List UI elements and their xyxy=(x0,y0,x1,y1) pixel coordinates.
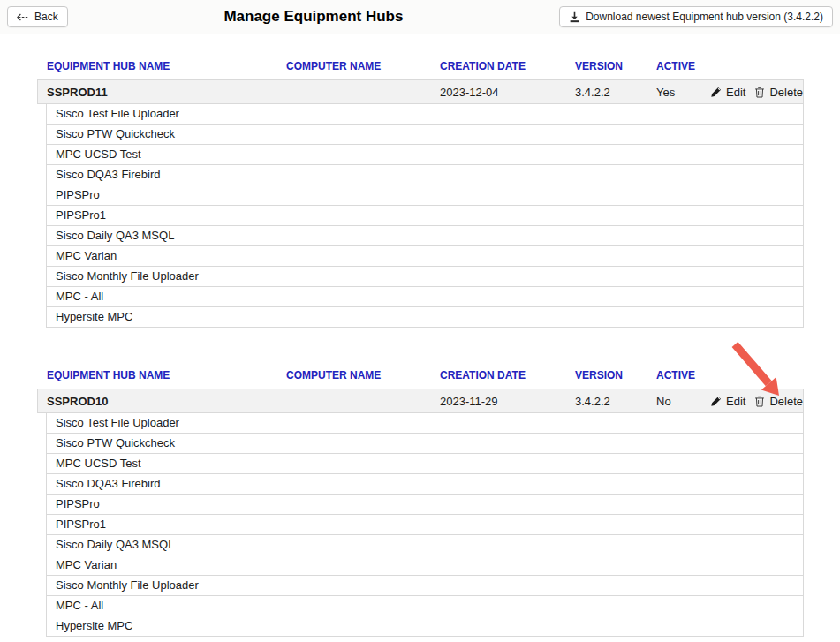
edit-label: Edit xyxy=(726,395,745,408)
hub-version: 3.4.2.2 xyxy=(566,395,647,408)
page-title: Manage Equipment Hubs xyxy=(68,8,559,26)
back-arrow-icon xyxy=(17,13,29,21)
hub-name: SSPROD10 xyxy=(38,395,277,408)
table-header-row: EQUIPMENT HUB NAME COMPUTER NAME CREATIO… xyxy=(37,55,804,79)
column-header: COMPUTER NAME xyxy=(276,369,430,381)
hub-main-row: SSPROD10 2023-11-29 3.4.2.2 No Edit xyxy=(37,389,804,413)
hub-actions: Edit Delete xyxy=(710,86,810,99)
device-name: PIPSPro1 xyxy=(56,517,106,531)
device-name: Sisco Daily QA3 MSQL xyxy=(56,538,174,551)
device-row: Sisco PTW Quickcheck xyxy=(47,125,803,145)
device-name: MPC - All xyxy=(56,290,103,303)
edit-button[interactable]: Edit xyxy=(710,86,745,99)
device-name: Sisco Monthly File Uploader xyxy=(56,578,199,592)
device-list: Sisco Test File Uploader Sisco PTW Quick… xyxy=(46,413,804,637)
column-header: VERSION xyxy=(565,369,647,381)
column-header: EQUIPMENT HUB NAME xyxy=(37,369,276,381)
hub-creation-date: 2023-11-29 xyxy=(431,395,566,408)
trash-icon xyxy=(754,396,765,407)
delete-button[interactable]: Delete xyxy=(754,86,803,99)
device-row: PIPSPro xyxy=(47,495,803,515)
device-row: MPC - All xyxy=(47,596,803,616)
column-header: ACTIVE xyxy=(647,60,709,72)
device-name: Sisco Daily QA3 MSQL xyxy=(56,229,174,242)
hub-tables: EQUIPMENT HUB NAME COMPUTER NAME CREATIO… xyxy=(0,34,840,637)
device-row: PIPSPro1 xyxy=(47,206,803,226)
edit-label: Edit xyxy=(726,86,745,99)
hub-table: EQUIPMENT HUB NAME COMPUTER NAME CREATIO… xyxy=(37,55,804,328)
edit-button[interactable]: Edit xyxy=(710,395,745,408)
download-hub-version-button[interactable]: Download newest Equipment hub version (3… xyxy=(559,6,833,27)
device-name: MPC Varian xyxy=(56,558,117,571)
back-button[interactable]: Back xyxy=(7,6,68,27)
device-row: PIPSPro1 xyxy=(47,515,803,535)
back-button-label: Back xyxy=(34,11,58,23)
device-row: Sisco Test File Uploader xyxy=(47,104,803,125)
device-row: MPC UCSD Test xyxy=(47,454,803,474)
device-row: Sisco DQA3 Firebird xyxy=(47,474,803,495)
device-name: Hypersite MPC xyxy=(56,619,132,632)
trash-icon xyxy=(754,87,765,98)
device-row: Sisco Monthly File Uploader xyxy=(47,267,803,287)
column-header: VERSION xyxy=(565,60,647,72)
device-name: Hypersite MPC xyxy=(56,310,132,323)
device-name: MPC Varian xyxy=(56,249,117,262)
hub-actions: Edit Delete xyxy=(710,395,810,408)
delete-label: Delete xyxy=(769,395,803,408)
device-row: Sisco PTW Quickcheck xyxy=(47,434,803,454)
device-row: Sisco Daily QA3 MSQL xyxy=(47,226,803,246)
device-row: MPC UCSD Test xyxy=(47,145,803,165)
device-row: MPC - All xyxy=(47,287,803,307)
device-row: Sisco DQA3 Firebird xyxy=(47,165,803,185)
device-row: Sisco Test File Uploader xyxy=(47,413,803,434)
device-row: PIPSPro xyxy=(47,185,803,206)
device-name: Sisco DQA3 Firebird xyxy=(56,477,160,490)
hub-active: No xyxy=(647,395,710,408)
top-bar: Back Manage Equipment Hubs Download newe… xyxy=(0,0,840,34)
column-header: CREATION DATE xyxy=(430,369,565,381)
device-name: MPC UCSD Test xyxy=(56,147,141,161)
download-icon xyxy=(569,11,580,23)
hub-name: SSPROD11 xyxy=(38,86,277,99)
device-name: PIPSPro xyxy=(56,188,100,201)
device-row: MPC Varian xyxy=(47,246,803,267)
device-name: Sisco PTW Quickcheck xyxy=(56,127,175,140)
device-name: MPC - All xyxy=(56,599,103,612)
delete-label: Delete xyxy=(769,86,803,99)
device-list: Sisco Test File Uploader Sisco PTW Quick… xyxy=(46,104,804,328)
download-button-label: Download newest Equipment hub version (3… xyxy=(586,11,823,23)
table-header-row: EQUIPMENT HUB NAME COMPUTER NAME CREATIO… xyxy=(37,364,804,389)
hub-creation-date: 2023-12-04 xyxy=(431,86,566,99)
device-name: PIPSPro1 xyxy=(56,208,106,222)
column-header: COMPUTER NAME xyxy=(276,60,430,72)
device-name: PIPSPro xyxy=(56,497,100,510)
device-row: Hypersite MPC xyxy=(47,307,803,328)
device-name: Sisco Test File Uploader xyxy=(56,107,179,120)
device-row: Sisco Daily QA3 MSQL xyxy=(47,535,803,555)
device-row: Sisco Monthly File Uploader xyxy=(47,576,803,596)
device-name: Sisco Monthly File Uploader xyxy=(56,269,199,283)
column-header: EQUIPMENT HUB NAME xyxy=(37,60,276,72)
column-header: ACTIVE xyxy=(647,369,709,381)
device-name: MPC UCSD Test xyxy=(56,457,141,470)
device-name: Sisco PTW Quickcheck xyxy=(56,436,175,449)
hub-active: Yes xyxy=(647,86,710,99)
column-header: CREATION DATE xyxy=(430,60,565,72)
hub-table: EQUIPMENT HUB NAME COMPUTER NAME CREATIO… xyxy=(37,364,804,637)
device-name: Sisco Test File Uploader xyxy=(56,416,179,429)
pencil-icon xyxy=(710,396,722,407)
device-name: Sisco DQA3 Firebird xyxy=(56,168,160,181)
device-row: MPC Varian xyxy=(47,555,803,576)
device-row: Hypersite MPC xyxy=(47,616,803,637)
pencil-icon xyxy=(710,87,722,98)
hub-version: 3.4.2.2 xyxy=(566,86,647,99)
hub-main-row: SSPROD11 2023-12-04 3.4.2.2 Yes Edit xyxy=(37,79,804,104)
delete-button[interactable]: Delete xyxy=(754,395,803,408)
